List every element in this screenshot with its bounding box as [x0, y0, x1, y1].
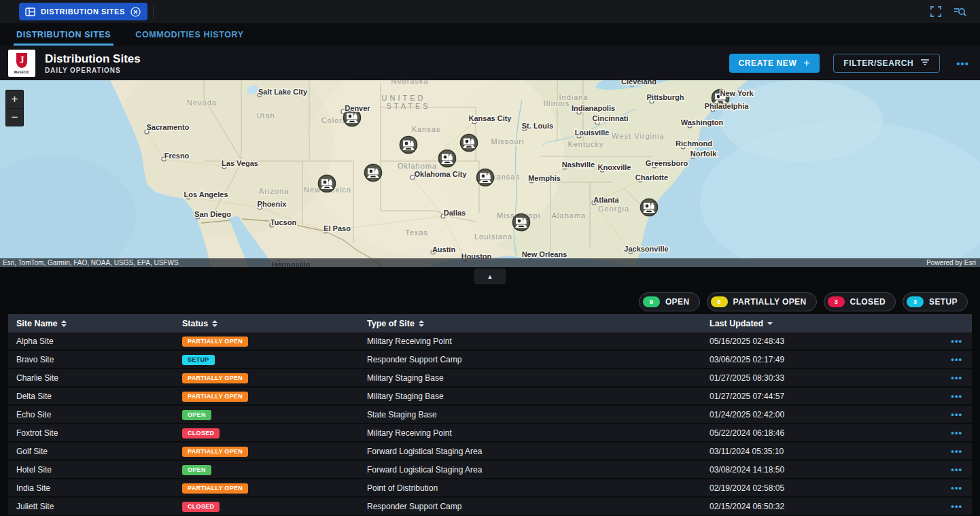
city-label: Oklahoma City — [414, 170, 467, 178]
close-icon[interactable] — [130, 7, 141, 17]
country-label: UNITED — [382, 94, 426, 102]
more-options-button[interactable]: ••• — [956, 58, 969, 69]
row-actions-button[interactable]: ••• — [939, 354, 972, 364]
last-updated-cell: 02/19/2024 02:58:05 — [701, 483, 939, 493]
column-header-status[interactable]: Status — [174, 319, 359, 328]
city-label: Fresno — [164, 152, 190, 160]
table-row: Bravo SiteSETUPResponder Support Camp03/… — [8, 351, 972, 369]
search-list-icon[interactable] — [953, 6, 966, 17]
row-actions-button[interactable]: ••• — [939, 501, 972, 511]
table-row: Charlie SitePARTIALLY OPENMilitary Stagi… — [8, 369, 972, 388]
status-badge: CLOSED — [182, 428, 220, 438]
city-label: Jacksonville — [624, 245, 668, 253]
filter-icon — [920, 58, 930, 68]
site-name-cell: Alpha Site — [8, 337, 174, 346]
site-name-cell: India Site — [8, 483, 174, 493]
city-label: Sacramento — [147, 123, 190, 131]
column-label: Site Name — [16, 319, 57, 328]
legend-pill-partially-open[interactable]: 8PARTIALLY OPEN — [707, 292, 817, 311]
zoom-out-button[interactable]: − — [6, 108, 23, 126]
city-label: Memphis — [528, 174, 561, 182]
collapse-map-button[interactable]: ▲ — [474, 269, 506, 284]
column-label: Status — [182, 319, 208, 328]
site-marker-icon[interactable] — [319, 175, 336, 192]
row-actions-button[interactable]: ••• — [939, 391, 972, 401]
column-header-last-updated[interactable]: Last Updated — [701, 319, 939, 328]
row-actions-button[interactable]: ••• — [939, 373, 972, 383]
divider — [153, 5, 154, 18]
state-label: Oklahoma — [398, 162, 437, 170]
legend-label: OPEN — [665, 297, 690, 307]
table-row: India SitePARTIALLY OPENPoint of Distrib… — [8, 479, 972, 498]
column-header-type-of-site[interactable]: Type of Site — [359, 319, 701, 328]
row-actions-button[interactable]: ••• — [939, 446, 972, 456]
column-label: Last Updated — [710, 319, 763, 328]
site-marker-icon[interactable] — [477, 169, 494, 186]
legend-count-badge: 8 — [711, 296, 728, 307]
city-label: Charlotte — [635, 173, 668, 182]
last-updated-cell: 01/24/2025 02:42:00 — [701, 410, 939, 419]
site-marker-icon[interactable] — [641, 199, 658, 216]
city-label: Los Angeles — [184, 190, 228, 199]
legend-pill-open[interactable]: 9OPEN — [639, 292, 700, 311]
chevron-up-icon: ▲ — [487, 273, 493, 280]
zoom-in-button[interactable]: + — [6, 90, 23, 108]
filter-search-button[interactable]: FILTER/SEARCH — [833, 54, 940, 73]
legend-label: CLOSED — [850, 297, 886, 307]
city-label: Denver — [345, 104, 370, 112]
row-actions-button[interactable]: ••• — [939, 483, 972, 493]
fullscreen-icon[interactable] — [930, 6, 941, 17]
column-header-site-name[interactable]: Site Name — [8, 319, 174, 328]
status-badge: CLOSED — [182, 502, 220, 512]
city-label: Richmond — [676, 139, 712, 148]
page-title: Distribution Sites — [45, 52, 141, 65]
row-actions-button[interactable]: ••• — [939, 336, 972, 346]
top-bar: DISTRIBUTION SITES — [0, 0, 980, 23]
site-marker-icon[interactable] — [439, 150, 456, 167]
site-marker-icon[interactable] — [365, 165, 382, 182]
last-updated-cell: 03/08/2024 14:18:50 — [701, 465, 939, 475]
site-type-cell: Point of Distribution — [359, 483, 701, 493]
board-header: J WebEOC Distribution Sites DAILY OPERAT… — [0, 46, 980, 80]
city-label: Las Vegas — [222, 159, 258, 167]
site-marker-icon[interactable] — [461, 135, 478, 152]
row-actions-button[interactable]: ••• — [939, 428, 972, 438]
state-label: Missouri — [491, 137, 525, 145]
legend-pill-setup[interactable]: 3SETUP — [903, 292, 968, 311]
tab-commodities-history[interactable]: COMMODITIES HISTORY — [135, 23, 243, 46]
map-panel[interactable]: NevadaUtahColoradoNebraskaKansasMissouri… — [0, 80, 980, 267]
legend-pill-closed[interactable]: 3CLOSED — [824, 292, 896, 311]
city-label: Washington — [681, 118, 724, 126]
status-badge: PARTIALLY OPEN — [182, 447, 248, 457]
map-attribution: Esri, TomTom, Garmin, FAO, NOAA, USGS, E… — [3, 258, 179, 267]
site-name-cell: Hotel Site — [8, 465, 174, 475]
city-label: Louisville — [575, 128, 610, 137]
create-new-button[interactable]: CREATE NEW + — [729, 54, 820, 73]
site-name-cell: Juliett Site — [8, 502, 174, 511]
city-label: San Diego — [194, 210, 231, 218]
city-label: Greensboro — [646, 159, 688, 167]
state-label: Kansas — [412, 125, 441, 133]
plus-icon: + — [803, 58, 810, 69]
legend-count-badge: 3 — [907, 296, 924, 307]
row-actions-button[interactable]: ••• — [939, 409, 972, 419]
site-marker-icon[interactable] — [513, 214, 530, 231]
state-label: Utah — [256, 111, 275, 120]
last-updated-cell: 01/27/2025 07:44:57 — [701, 392, 939, 401]
board-chip-distribution-sites[interactable]: DISTRIBUTION SITES — [19, 3, 147, 20]
state-label: Alabama — [552, 211, 586, 220]
svg-text:J: J — [20, 55, 24, 65]
status-badge: OPEN — [182, 465, 211, 475]
tab-distribution-sites[interactable]: DISTRIBUTION SITES — [16, 23, 111, 46]
row-actions-button[interactable]: ••• — [939, 464, 972, 475]
city-label: St. Louis — [522, 122, 553, 130]
status-badge: PARTIALLY OPEN — [182, 337, 248, 347]
site-name-cell: Delta Site — [8, 392, 174, 401]
site-type-cell: Military Receiving Point — [359, 337, 701, 346]
site-marker-icon[interactable] — [400, 137, 417, 154]
panel-layout-icon — [25, 7, 35, 16]
state-label: Nevada — [187, 99, 217, 107]
app-window: DISTRIBUTION SITES DISTRIBUTION SITES CO… — [0, 0, 980, 516]
map-svg: NevadaUtahColoradoNebraskaKansasMissouri… — [0, 80, 980, 267]
status-badge: SETUP — [182, 355, 215, 365]
